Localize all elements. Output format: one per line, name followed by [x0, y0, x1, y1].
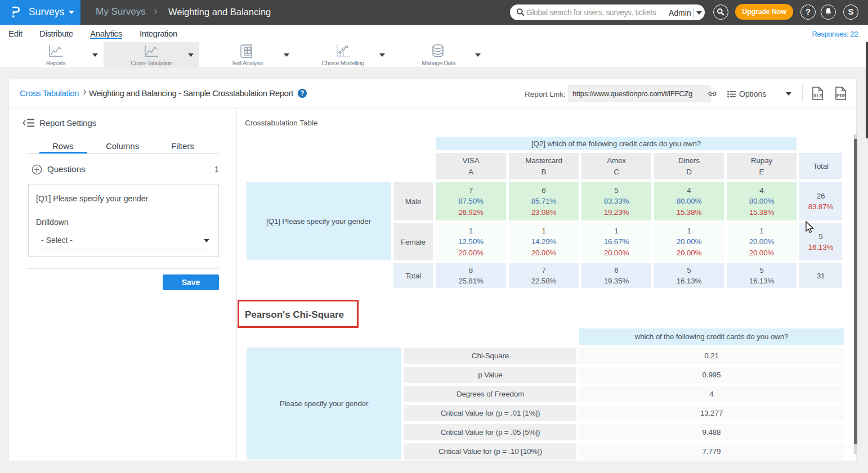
svg-text:XLS: XLS	[813, 93, 823, 98]
svg-text:PDF: PDF	[836, 93, 846, 98]
